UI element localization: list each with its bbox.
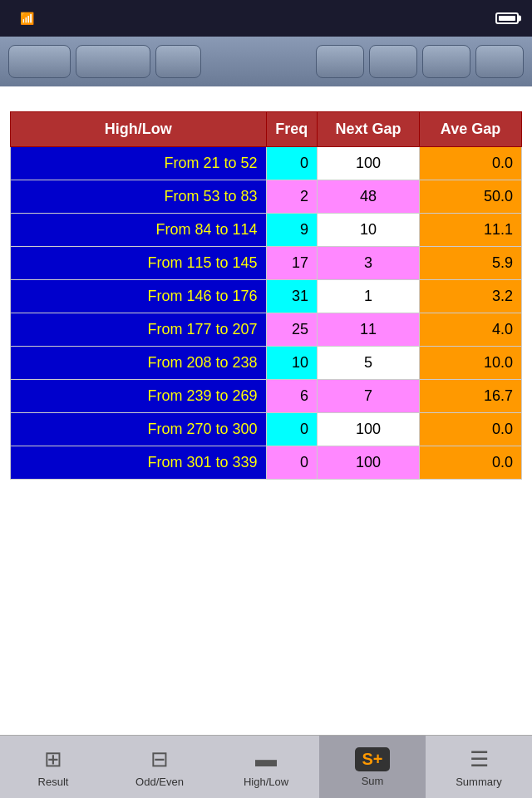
row-label: From 239 to 269 [11,380,267,413]
row-avegap: 0.0 [420,413,522,446]
row-nextgap: 11 [318,313,420,347]
table-row: From 270 to 300 0 100 0.0 [11,413,522,446]
toolbar [0,37,532,86]
row-nextgap: 3 [318,247,420,280]
row-avegap: 3.2 [420,280,522,313]
col-header-freq: Freq [266,112,318,147]
table-row: From 84 to 114 9 10 11.1 [11,214,522,247]
oddeven-icon: ⊟ [150,746,169,772]
row-freq: 0 [266,147,318,180]
row-label: From 115 to 145 [11,247,267,280]
main-content: High/Low Freq Next Gap Ave Gap From 21 t… [0,86,532,735]
status-left: 📶 [13,12,34,25]
row-label: From 270 to 300 [11,413,267,446]
table-row: From 146 to 176 31 1 3.2 [11,280,522,313]
battery-icon [495,12,519,24]
sum-icon: S+ [355,747,389,771]
tab-oddeven-label: Odd/Even [135,776,184,788]
tab-result[interactable]: ⊞ Result [0,736,106,798]
tab-highlow[interactable]: ▬ High/Low [213,736,319,798]
row-freq: 25 [266,313,318,347]
row-avegap: 50.0 [420,180,522,214]
col-header-nextgap: Next Gap [318,112,420,147]
tab-sum[interactable]: S+ Sum [319,736,426,798]
row-freq: 0 [266,446,318,480]
table-header-row: High/Low Freq Next Gap Ave Gap [11,112,522,147]
col-header-highlow: High/Low [11,112,267,147]
tab-bar: ⊞ Result ⊟ Odd/Even ▬ High/Low S+ Sum ☰ … [0,735,532,798]
table-row: From 301 to 339 0 100 0.0 [11,446,522,480]
row-nextgap: 1 [318,280,420,313]
back-button[interactable] [8,45,71,78]
tab-summary-label: Summary [456,776,502,788]
row-nextgap: 100 [318,446,420,480]
row-nextgap: 100 [318,147,420,180]
row-freq: 2 [266,180,318,214]
row-label: From 21 to 52 [11,147,267,180]
row-avegap: 0.0 [420,147,522,180]
row-nextgap: 5 [318,347,420,380]
btn-100[interactable] [316,45,364,78]
table-row: From 21 to 52 0 100 0.0 [11,147,522,180]
main-button[interactable] [76,45,150,78]
status-bar: 📶 [0,0,532,37]
tab-highlow-label: High/Low [244,776,288,788]
result-icon: ⊞ [44,746,62,772]
row-label: From 177 to 207 [11,313,267,347]
row-avegap: 0.0 [420,446,522,480]
row-label: From 301 to 339 [11,446,267,480]
row-freq: 10 [266,347,318,380]
tab-result-label: Result [38,776,69,788]
row-avegap: 16.7 [420,380,522,413]
data-table: High/Low Freq Next Gap Ave Gap From 21 t… [10,111,522,480]
btn-300[interactable] [422,45,470,78]
table-row: From 177 to 207 25 11 4.0 [11,313,522,347]
row-freq: 17 [266,247,318,280]
row-avegap: 4.0 [420,313,522,347]
table-row: From 53 to 83 2 48 50.0 [11,180,522,214]
table-row: From 239 to 269 6 7 16.7 [11,380,522,413]
row-freq: 0 [266,413,318,446]
row-freq: 6 [266,380,318,413]
row-nextgap: 10 [318,214,420,247]
row-avegap: 10.0 [420,347,522,380]
row-nextgap: 100 [318,413,420,446]
table-row: From 208 to 238 10 5 10.0 [11,347,522,380]
row-label: From 53 to 83 [11,180,267,214]
col-header-avegap: Ave Gap [420,112,522,147]
summary-icon: ☰ [470,746,489,772]
row-label: From 84 to 114 [11,214,267,247]
row-avegap: 11.1 [420,214,522,247]
tab-oddeven[interactable]: ⊟ Odd/Even [106,736,213,798]
row-avegap: 5.9 [420,247,522,280]
btn-200[interactable] [369,45,417,78]
row-freq: 9 [266,214,318,247]
row-label: From 208 to 238 [11,347,267,380]
plus-button[interactable] [155,45,201,78]
row-freq: 31 [266,280,318,313]
table-row: From 115 to 145 17 3 5.9 [11,247,522,280]
highlow-icon: ▬ [255,746,277,772]
tab-sum-label: Sum [362,775,384,787]
tab-summary[interactable]: ☰ Summary [426,736,532,798]
row-label: From 146 to 176 [11,280,267,313]
row-nextgap: 48 [318,180,420,214]
row-nextgap: 7 [318,380,420,413]
status-right [495,12,519,24]
btn-max[interactable] [475,45,524,78]
wifi-icon: 📶 [20,12,34,25]
